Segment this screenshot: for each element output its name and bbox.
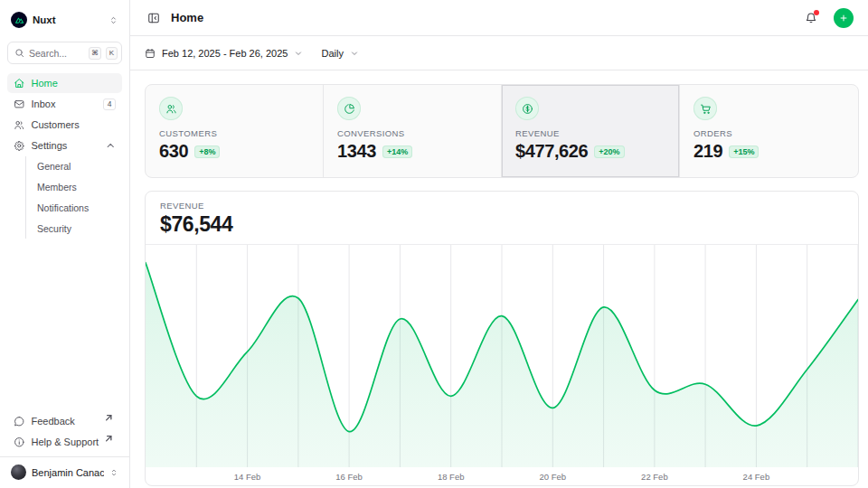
sidebar-item-security[interactable]: Security (26, 219, 122, 239)
sidebar-item-label: Inbox (32, 99, 98, 109)
panel-left-close-icon (147, 12, 160, 24)
interval-select[interactable]: Daily (321, 48, 358, 59)
chevron-down-icon (294, 49, 303, 58)
page-title: Home (171, 11, 792, 24)
stat-label: ORDERS (693, 128, 844, 138)
stat-label: REVENUE (515, 128, 665, 138)
chevrons-up-down-icon (108, 15, 118, 25)
info-circle-icon (14, 436, 25, 448)
pie-chart-icon (337, 97, 361, 120)
inbox-count-badge: 4 (103, 99, 116, 110)
stat-delta-badge: +15% (729, 145, 759, 158)
kbd-cmd: ⌘ (89, 47, 101, 60)
chart-total-value: $76,544 (160, 212, 844, 237)
circle-dollar-icon (515, 97, 539, 120)
chart-svg: 14 Feb16 Feb18 Feb20 Feb22 Feb24 Feb (146, 245, 858, 485)
svg-text:16 Feb: 16 Feb (335, 472, 363, 482)
main-area: Home Feb 12, 2025 - Feb 26, 2025 Daily (130, 0, 868, 488)
users-icon (14, 119, 25, 131)
sidebar-item-label: Settings (32, 140, 99, 151)
workspace-switcher[interactable]: Nuxt (7, 9, 122, 31)
interval-value: Daily (321, 48, 343, 59)
page-content: CUSTOMERS 630 +8% CONVERSIONS 1343 +14% (130, 70, 868, 486)
stat-card-orders[interactable]: ORDERS 219 +15% (680, 85, 858, 177)
avatar (11, 465, 26, 480)
footer-link-label: Help & Support (32, 436, 99, 447)
app-root: Nuxt Search... ⌘ K Home Inbox 4 Cust (0, 0, 868, 488)
notification-dot (814, 10, 819, 15)
chart-header: REVENUE $76,544 (146, 192, 858, 245)
chevron-down-icon (350, 49, 359, 58)
sidebar-item-label: Customers (32, 119, 117, 130)
stat-card-conversions[interactable]: CONVERSIONS 1343 +14% (324, 85, 502, 177)
sidebar: Nuxt Search... ⌘ K Home Inbox 4 Cust (0, 0, 130, 488)
search-input[interactable]: Search... ⌘ K (7, 42, 122, 64)
revenue-chart-card: REVENUE $76,544 14 Feb16 Feb18 Feb20 Feb… (145, 191, 859, 486)
users-icon (159, 97, 183, 120)
collapse-sidebar-button[interactable] (145, 9, 163, 27)
sidebar-item-home[interactable]: Home (7, 73, 122, 93)
stat-card-revenue[interactable]: REVENUE $477,626 +20% (502, 85, 680, 177)
svg-text:22 Feb: 22 Feb (641, 472, 668, 482)
svg-text:18 Feb: 18 Feb (438, 472, 465, 482)
svg-text:14 Feb: 14 Feb (234, 472, 261, 482)
sidebar-item-label: Home (32, 78, 117, 89)
calendar-icon (145, 48, 156, 59)
date-range-picker[interactable]: Feb 12, 2025 - Feb 26, 2025 (145, 48, 303, 59)
stat-card-customers[interactable]: CUSTOMERS 630 +8% (146, 85, 324, 177)
user-name: Benjamin Canac (32, 467, 104, 478)
stat-value: 1343 (337, 141, 376, 162)
stat-value: 630 (159, 141, 188, 162)
user-menu[interactable]: Benjamin Canac (0, 456, 129, 488)
add-button[interactable] (834, 8, 854, 28)
sidebar-spacer (7, 239, 122, 411)
external-link-icon (103, 412, 115, 424)
help-support-link[interactable]: Help & Support (7, 432, 122, 452)
sidebar-item-general[interactable]: General (26, 156, 122, 176)
filters-toolbar: Feb 12, 2025 - Feb 26, 2025 Daily (130, 36, 868, 70)
message-circle-icon (14, 416, 25, 427)
stats-panel: CUSTOMERS 630 +8% CONVERSIONS 1343 +14% (145, 84, 859, 178)
stat-label: CUSTOMERS (159, 128, 309, 138)
search-icon (14, 48, 24, 58)
chart-title: REVENUE (160, 201, 844, 211)
shopping-cart-icon (693, 97, 717, 120)
stat-delta-badge: +8% (194, 145, 220, 158)
home-icon (14, 78, 25, 89)
sidebar-footer-nav: Feedback Help & Support (7, 411, 122, 456)
plus-icon (839, 13, 848, 23)
stat-label: CONVERSIONS (337, 128, 487, 138)
sidebar-item-settings[interactable]: Settings (7, 136, 122, 155)
external-link-icon (103, 433, 115, 445)
footer-link-label: Feedback (32, 416, 99, 427)
chevron-up-icon (105, 140, 117, 152)
stat-delta-badge: +14% (382, 145, 412, 158)
inbox-icon (14, 99, 25, 110)
page-header: Home (130, 0, 868, 36)
sidebar-item-inbox[interactable]: Inbox 4 (7, 94, 122, 114)
sidebar-item-customers[interactable]: Customers (7, 115, 122, 135)
stat-value: $477,626 (515, 141, 588, 162)
sidebar-item-notifications[interactable]: Notifications (26, 198, 122, 218)
nuxt-logo-icon (11, 12, 27, 28)
date-range-value: Feb 12, 2025 - Feb 26, 2025 (162, 48, 288, 59)
revenue-area-chart[interactable]: 14 Feb16 Feb18 Feb20 Feb22 Feb24 Feb (146, 245, 858, 485)
svg-text:24 Feb: 24 Feb (743, 472, 770, 482)
stat-value: 219 (693, 141, 722, 162)
sidebar-nav: Home Inbox 4 Customers Settings General … (7, 73, 122, 239)
workspace-name: Nuxt (33, 14, 103, 25)
settings-subnav: General Members Notifications Security (25, 156, 122, 239)
sidebar-item-members[interactable]: Members (26, 177, 122, 197)
gear-icon (14, 140, 25, 152)
search-placeholder: Search... (29, 48, 84, 59)
kbd-k: K (106, 47, 118, 60)
svg-text:20 Feb: 20 Feb (540, 472, 567, 482)
chevrons-up-down-icon (109, 468, 118, 477)
notifications-button[interactable] (800, 7, 822, 29)
stat-delta-badge: +20% (594, 145, 624, 158)
feedback-link[interactable]: Feedback (7, 411, 122, 431)
